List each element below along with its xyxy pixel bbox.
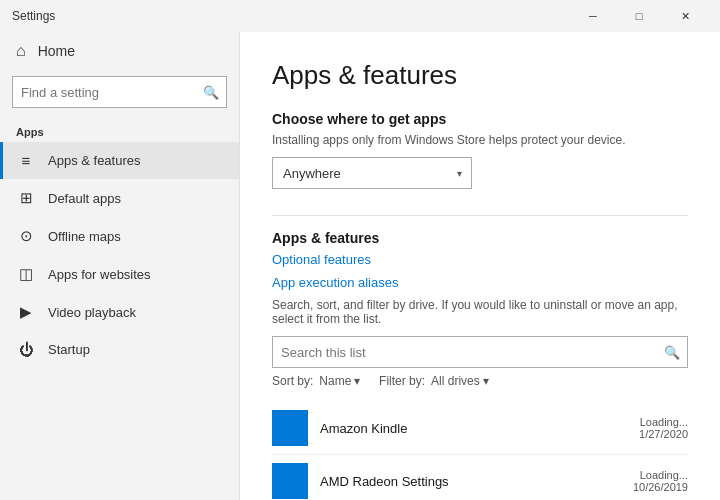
apps-features-icon: ≡ bbox=[16, 152, 36, 169]
app-status: Loading...1/27/2020 bbox=[639, 416, 688, 440]
sort-chevron-icon: ▾ bbox=[354, 374, 360, 388]
optional-features-link[interactable]: Optional features bbox=[272, 252, 688, 267]
video-playback-icon: ▶ bbox=[16, 303, 36, 321]
home-icon: ⌂ bbox=[16, 42, 26, 60]
apps-section-heading: Apps & features bbox=[272, 230, 688, 246]
sidebar-item-label: Video playback bbox=[48, 305, 136, 320]
sidebar-item-startup[interactable]: ⏻ Startup bbox=[0, 331, 239, 368]
sidebar-item-label: Startup bbox=[48, 342, 90, 357]
sort-label: Sort by: bbox=[272, 374, 313, 388]
app-info: AMD Radeon Settings bbox=[320, 474, 621, 489]
sidebar-item-home[interactable]: ⌂ Home bbox=[0, 32, 239, 70]
search-list-input[interactable] bbox=[272, 336, 688, 368]
app-icon bbox=[272, 463, 308, 499]
sidebar-section-label: Apps bbox=[0, 118, 239, 142]
search-container: 🔍 bbox=[12, 76, 227, 108]
sidebar-home-label: Home bbox=[38, 43, 75, 59]
sidebar-item-apps-features[interactable]: ≡ Apps & features bbox=[0, 142, 239, 179]
apps-source-dropdown[interactable]: Anywhere Windows Store only Warn me befo… bbox=[272, 157, 472, 189]
filter-label: Filter by: bbox=[379, 374, 425, 388]
titlebar: Settings ─ □ ✕ bbox=[0, 0, 720, 32]
app-status: Loading...10/26/2019 bbox=[633, 469, 688, 493]
maximize-button[interactable]: □ bbox=[616, 0, 662, 32]
app-date: 1/27/2020 bbox=[639, 428, 688, 440]
search-input[interactable] bbox=[12, 76, 227, 108]
search-box-wrap: 🔍 bbox=[0, 70, 239, 118]
sidebar: ⌂ Home 🔍 Apps ≡ Apps & features ⊞ Defaul… bbox=[0, 32, 240, 500]
list-item[interactable]: Amazon KindleLoading...1/27/2020 bbox=[272, 402, 688, 455]
default-apps-icon: ⊞ bbox=[16, 189, 36, 207]
offline-maps-icon: ⊙ bbox=[16, 227, 36, 245]
filter-button[interactable]: All drives ▾ bbox=[431, 374, 489, 388]
page-title: Apps & features bbox=[272, 60, 688, 91]
app-status-label: Loading... bbox=[633, 469, 688, 481]
minimize-button[interactable]: ─ bbox=[570, 0, 616, 32]
app-status-label: Loading... bbox=[639, 416, 688, 428]
titlebar-title: Settings bbox=[12, 9, 55, 23]
section-divider bbox=[272, 215, 688, 216]
sort-filter-row: Sort by: Name ▾ Filter by: All drives ▾ bbox=[272, 374, 688, 388]
startup-icon: ⏻ bbox=[16, 341, 36, 358]
apps-websites-icon: ◫ bbox=[16, 265, 36, 283]
filter-chevron-icon: ▾ bbox=[483, 374, 489, 388]
main-container: ⌂ Home 🔍 Apps ≡ Apps & features ⊞ Defaul… bbox=[0, 32, 720, 500]
content-area: Apps & features Choose where to get apps… bbox=[240, 32, 720, 500]
sort-button[interactable]: Name ▾ bbox=[319, 374, 360, 388]
app-name: AMD Radeon Settings bbox=[320, 474, 621, 489]
sidebar-item-video-playback[interactable]: ▶ Video playback bbox=[0, 293, 239, 331]
app-info: Amazon Kindle bbox=[320, 421, 627, 436]
sidebar-item-label: Offline maps bbox=[48, 229, 121, 244]
close-button[interactable]: ✕ bbox=[662, 0, 708, 32]
sidebar-item-label: Default apps bbox=[48, 191, 121, 206]
sidebar-item-label: Apps for websites bbox=[48, 267, 151, 282]
app-name: Amazon Kindle bbox=[320, 421, 627, 436]
choose-section-desc: Installing apps only from Windows Store … bbox=[272, 133, 688, 147]
search-list-wrap: 🔍 bbox=[272, 336, 688, 368]
app-list: Amazon KindleLoading...1/27/2020AMD Rade… bbox=[272, 402, 688, 500]
dropdown-wrap: Anywhere Windows Store only Warn me befo… bbox=[272, 157, 472, 189]
search-description: Search, sort, and filter by drive. If yo… bbox=[272, 298, 688, 326]
app-icon bbox=[272, 410, 308, 446]
sidebar-item-default-apps[interactable]: ⊞ Default apps bbox=[0, 179, 239, 217]
sidebar-item-offline-maps[interactable]: ⊙ Offline maps bbox=[0, 217, 239, 255]
choose-section-heading: Choose where to get apps bbox=[272, 111, 688, 127]
app-execution-link[interactable]: App execution aliases bbox=[272, 275, 688, 290]
titlebar-controls: ─ □ ✕ bbox=[570, 0, 708, 32]
app-date: 10/26/2019 bbox=[633, 481, 688, 493]
list-item[interactable]: AMD Radeon SettingsLoading...10/26/2019 bbox=[272, 455, 688, 500]
sidebar-item-apps-websites[interactable]: ◫ Apps for websites bbox=[0, 255, 239, 293]
sidebar-item-label: Apps & features bbox=[48, 153, 141, 168]
